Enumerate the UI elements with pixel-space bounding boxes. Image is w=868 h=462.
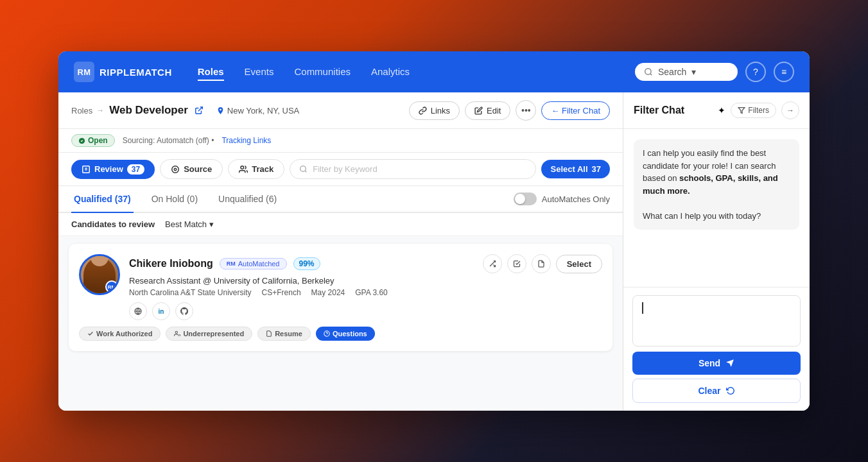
source-tab[interactable]: Source	[160, 159, 223, 179]
candidate-links: in	[129, 302, 602, 320]
on-hold-tab[interactable]: On Hold (0)	[149, 186, 200, 213]
svg-line-11	[305, 171, 306, 172]
filter-chat-button[interactable]: ← Filter Chat	[541, 101, 610, 120]
status-bar: Open Sourcing: Automatch (off) • Trackin…	[58, 129, 623, 153]
content-area: Roles → Web Developer New York, NY, USA	[58, 92, 810, 411]
nav-links: Roles Events Communities Analytics	[198, 64, 635, 81]
role-location-text: New York, NY, USA	[227, 106, 299, 116]
tag-work-authorized: Work Authorized	[79, 327, 161, 341]
refresh-icon	[726, 386, 735, 395]
major-text: CS+French	[262, 288, 301, 297]
edit-button[interactable]: Edit	[465, 101, 510, 120]
svg-line-2	[198, 107, 202, 111]
send-icon	[725, 359, 734, 368]
status-badge-open: Open	[71, 134, 115, 147]
cursor-element	[641, 302, 643, 314]
keyword-filter-input[interactable]: Filter by Keyword	[290, 159, 536, 179]
automatch-badge: RM AutoMatched	[220, 258, 287, 270]
select-candidate-button[interactable]: Select	[556, 255, 602, 273]
github-icon	[180, 307, 188, 315]
questions-icon	[324, 330, 330, 337]
shuffle-icon	[489, 260, 496, 268]
candidate-name: Chikere Iniobong	[129, 258, 213, 270]
people-icon	[174, 330, 180, 337]
tabs-bar: Review 37 Source Track	[58, 153, 623, 186]
candidate-tags: Work Authorized Underrepresented Resume	[79, 327, 602, 341]
navbar: RM RIPPLEMATCH Roles Events Communities …	[58, 51, 810, 92]
location-pin-icon	[216, 107, 225, 115]
website-link-button[interactable]	[129, 302, 147, 320]
svg-point-0	[645, 69, 651, 74]
candidate-card: RM Chikere Iniobong RM AutoMatched 99%	[69, 244, 612, 351]
chat-input-area: Send Clear	[623, 287, 810, 411]
search-bar[interactable]: Search ▾	[635, 63, 738, 81]
svg-point-7	[172, 166, 179, 173]
document-icon	[537, 260, 545, 268]
clear-button[interactable]: Clear	[632, 379, 801, 403]
chevron-down-sort-icon: ▾	[209, 219, 214, 229]
candidates-to-review-label: Candidates to review	[71, 219, 155, 229]
filter-chat-title: Filter Chat	[634, 105, 713, 116]
tag-questions[interactable]: Questions	[316, 327, 375, 341]
help-button[interactable]: ?	[745, 62, 766, 82]
select-all-button[interactable]: Select All 37	[541, 160, 610, 178]
tag-underrepresented: Underrepresented	[166, 327, 252, 341]
logo-icon: RM	[74, 62, 94, 82]
chat-message-2: What can I help you with today?	[643, 211, 761, 221]
send-button[interactable]: Send	[632, 352, 801, 375]
check-icon	[87, 330, 94, 337]
avatar-head	[91, 256, 108, 266]
linkedin-button[interactable]: in	[152, 302, 170, 320]
menu-button[interactable]: ≡	[774, 62, 794, 82]
breadcrumb-label: Roles	[71, 106, 92, 116]
links-button[interactable]: Links	[409, 101, 460, 120]
role-location: New York, NY, USA	[216, 106, 299, 116]
breadcrumb-roles[interactable]: Roles →	[71, 106, 104, 116]
next-arrow-button[interactable]: →	[781, 101, 799, 119]
filters-button[interactable]: Filters	[731, 103, 776, 118]
filter-chat-header: Filter Chat ✦ Filters →	[623, 92, 810, 129]
track-tab[interactable]: Track	[228, 159, 284, 179]
qualified-tab[interactable]: Qualified (37)	[71, 186, 134, 213]
sourcing-text: Sourcing: Automatch (off) •	[123, 136, 214, 145]
github-button[interactable]	[175, 302, 193, 320]
automatch-toggle-track[interactable]	[514, 193, 537, 205]
external-link-icon[interactable]	[195, 106, 204, 115]
source-icon	[171, 165, 180, 174]
document-button[interactable]	[532, 254, 551, 273]
tracking-links-link[interactable]: Tracking Links	[221, 136, 271, 145]
svg-point-8	[174, 168, 177, 171]
breadcrumb-bar: Roles → Web Developer New York, NY, USA	[58, 92, 623, 129]
role-title: Web Developer	[109, 104, 188, 117]
more-options-button[interactable]: •••	[516, 100, 536, 121]
tag-resume[interactable]: Resume	[257, 327, 311, 341]
nav-link-events[interactable]: Events	[245, 64, 274, 81]
university-text: North Carolina A&T State University	[129, 288, 252, 297]
chevron-down-icon: ▾	[691, 67, 696, 77]
nav-link-roles[interactable]: Roles	[198, 64, 224, 81]
linkedin-icon: in	[159, 308, 164, 315]
text-cursor	[642, 302, 643, 314]
shuffle-button[interactable]	[483, 254, 502, 273]
track-icon	[239, 165, 248, 174]
logo-area: RM RIPPLEMATCH	[74, 62, 172, 82]
candidate-actions: Select	[483, 254, 602, 273]
nav-link-communities[interactable]: Communities	[294, 64, 351, 81]
resume-icon	[266, 330, 272, 337]
header-actions: Links Edit ••• ← Filter Chat	[409, 100, 610, 121]
chat-input-box[interactable]	[632, 295, 801, 346]
review-tab[interactable]: Review 37	[71, 160, 155, 179]
automatch-label: AutoMatches Only	[542, 194, 610, 204]
candidates-tabs: Qualified (37) On Hold (0) Unqualified (…	[58, 186, 623, 213]
candidate-details: North Carolina A&T State University CS+F…	[129, 288, 602, 297]
automatch-toggle[interactable]: AutoMatches Only	[514, 193, 610, 205]
check-circle-icon	[78, 137, 85, 144]
checklist-button[interactable]	[507, 254, 526, 273]
unqualified-tab[interactable]: Unqualified (6)	[216, 186, 279, 213]
keyword-placeholder: Filter by Keyword	[313, 164, 377, 174]
svg-marker-19	[738, 108, 745, 114]
nav-right: Search ▾ ? ≡	[635, 62, 794, 82]
nav-link-analytics[interactable]: Analytics	[371, 64, 410, 81]
candidates-header: Candidates to review Best Match ▾	[58, 213, 623, 236]
sort-dropdown[interactable]: Best Match ▾	[165, 219, 214, 229]
